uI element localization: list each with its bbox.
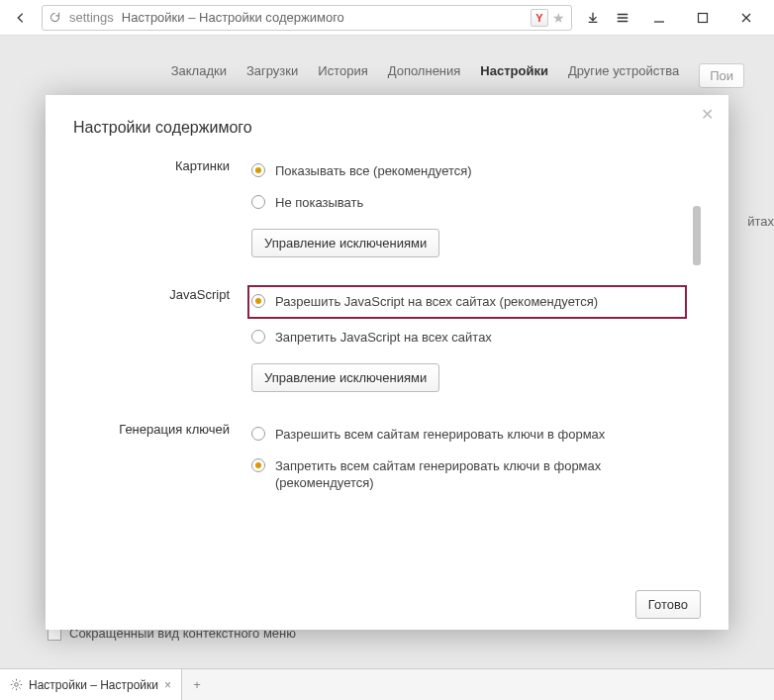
window-maximize[interactable] <box>681 4 725 32</box>
gear-icon <box>10 678 23 691</box>
browser-tab-strip: Настройки – Настройки × + <box>0 668 774 700</box>
dialog-body: Картинки Показывать все (рекомендуется) … <box>73 156 701 572</box>
yandex-logo-icon[interactable]: Y <box>531 9 548 27</box>
javascript-block-radio[interactable] <box>251 330 265 344</box>
keygen-block-radio[interactable] <box>251 458 265 472</box>
dialog-close-icon[interactable]: ✕ <box>697 105 717 125</box>
url-scheme: settings <box>69 10 114 25</box>
section-images: Картинки Показывать все (рекомендуется) … <box>73 156 687 257</box>
images-show-all-radio[interactable] <box>251 163 265 177</box>
javascript-allow-radio[interactable] <box>251 294 265 308</box>
browser-tab[interactable]: Настройки – Настройки × <box>0 669 182 700</box>
browser-titlebar: settings Настройки – Настройки содержимо… <box>0 0 774 36</box>
url-title: Настройки – Настройки содержимого <box>122 10 344 25</box>
javascript-allow-highlight: Разрешить JavaScript на всех сайтах (рек… <box>247 285 687 319</box>
dialog-scrollbar[interactable] <box>693 160 701 568</box>
tab-close-icon[interactable]: × <box>164 678 171 692</box>
section-keygen: Генерация ключей Разрешить всем сайтам г… <box>73 420 687 506</box>
javascript-manage-exceptions-button[interactable]: Управление исключениями <box>251 363 439 392</box>
new-tab-button[interactable]: + <box>182 677 212 692</box>
downloads-button[interactable] <box>578 4 608 32</box>
content-settings-dialog: ✕ Настройки содержимого йтах Картинки По… <box>46 95 728 630</box>
images-manage-exceptions-button[interactable]: Управление исключениями <box>251 229 439 257</box>
section-javascript: JavaScript Разрешить JavaScript на всех … <box>73 285 687 392</box>
keygen-allow-radio[interactable] <box>251 427 265 441</box>
window-minimize[interactable] <box>637 4 681 32</box>
section-images-label: Картинки <box>73 156 251 257</box>
javascript-allow-label: Разрешить JavaScript на всех сайтах (рек… <box>275 293 598 311</box>
javascript-block-label: Запретить JavaScript на всех сайтах <box>275 329 492 347</box>
background-peek-text: йтах <box>747 214 774 229</box>
images-hide-label: Не показывать <box>275 194 363 212</box>
back-button[interactable] <box>6 4 36 32</box>
images-show-all-label: Показывать все (рекомендуется) <box>275 162 472 180</box>
section-javascript-label: JavaScript <box>73 285 251 392</box>
keygen-allow-label: Разрешить всем сайтам генерировать ключи… <box>275 426 605 444</box>
bookmark-star-icon[interactable]: ★ <box>552 10 565 26</box>
browser-tab-title: Настройки – Настройки <box>29 678 158 692</box>
dialog-title: Настройки содержимого <box>73 119 701 137</box>
menu-button[interactable] <box>608 4 637 32</box>
images-hide-radio[interactable] <box>251 195 265 209</box>
keygen-block-label: Запретить всем сайтам генерировать ключи… <box>275 457 687 492</box>
address-bar[interactable]: settings Настройки – Настройки содержимо… <box>42 5 572 31</box>
reload-icon[interactable] <box>48 11 61 24</box>
svg-point-1 <box>15 683 19 687</box>
dialog-overlay: ✕ Настройки содержимого йтах Картинки По… <box>0 36 774 668</box>
section-keygen-label: Генерация ключей <box>73 420 251 506</box>
window-close[interactable] <box>725 4 768 32</box>
done-button[interactable]: Готово <box>635 590 701 619</box>
svg-rect-0 <box>699 13 708 22</box>
scrollbar-thumb[interactable] <box>693 206 701 265</box>
